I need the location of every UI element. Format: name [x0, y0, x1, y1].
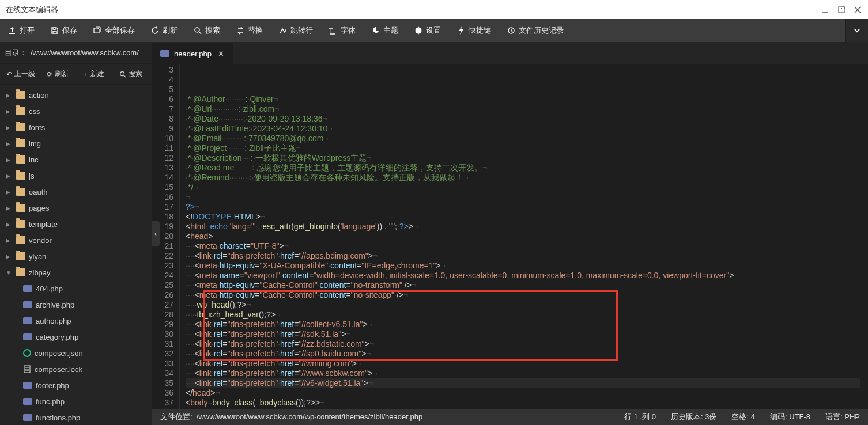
svg-marker-11 [459, 26, 463, 35]
save-icon [51, 26, 59, 35]
tree-file[interactable]: func.php [0, 393, 152, 409]
tree-folder-expanded[interactable]: ▼zibpay [0, 264, 152, 280]
close-icon[interactable] [853, 5, 862, 14]
tree-folder[interactable]: ▶template [0, 216, 152, 232]
folder-icon [16, 236, 25, 244]
font-button[interactable]: T字体 [321, 19, 364, 42]
chevron-down-icon [853, 26, 861, 35]
tree-folder[interactable]: ▶img [0, 135, 152, 151]
dir-path[interactable]: /www/wwwroot/www.scbkw.com/ [31, 48, 147, 57]
sb-search-button[interactable]: 搜索 [112, 64, 149, 84]
up-button[interactable]: ↶上一级 [2, 64, 39, 84]
svg-rect-4 [9, 33, 15, 34]
shortcuts-button[interactable]: 快捷键 [449, 19, 499, 42]
theme-button[interactable]: 主题 [364, 19, 406, 42]
refresh-button[interactable]: 刷新 [143, 19, 186, 42]
search-icon [194, 26, 202, 35]
chevron-right-icon: ▶ [6, 221, 13, 227]
tree-label: img [29, 139, 41, 148]
status-cursor[interactable]: 行 1 ,列 0 [624, 412, 656, 422]
maximize-icon[interactable] [837, 5, 846, 14]
folder-icon [16, 155, 25, 164]
tree-label: css [29, 107, 40, 116]
tree-file[interactable]: composer.lock [0, 361, 152, 377]
tree-label: js [29, 172, 34, 180]
tree-label: zibpay [29, 268, 51, 277]
tree-file[interactable]: functions.php [0, 409, 152, 425]
tree-folder[interactable]: ▶vendor [0, 232, 152, 248]
file-icon [23, 365, 31, 373]
tree-folder[interactable]: ▶css [0, 103, 152, 119]
settings-button[interactable]: 设置 [406, 19, 449, 42]
close-icon[interactable]: ✕ [216, 49, 225, 58]
open-button[interactable]: 打开 [0, 19, 43, 42]
chevron-right-icon: ▶ [6, 173, 13, 179]
file-tree[interactable]: ▶action▶css▶fonts▶img▶inc▶js▶oauth▶pages… [0, 85, 152, 425]
status-spaces[interactable]: 空格: 4 [731, 412, 754, 422]
arrow-up-icon: ↶ [6, 70, 12, 78]
toolbar-more-button[interactable] [845, 19, 868, 42]
window-titlebar: 在线文本编辑器 [0, 0, 868, 19]
tree-folder[interactable]: ▶fonts [0, 119, 152, 135]
code-content[interactable]: ·*·@Author·········:·Qinver¬·*·@Url·····… [180, 64, 868, 409]
history-button[interactable]: 文件历史记录 [499, 19, 572, 42]
folder-icon [16, 204, 25, 212]
tree-label: inc [29, 155, 39, 164]
gear-icon [414, 26, 422, 35]
replace-icon [236, 26, 244, 35]
tree-folder[interactable]: ▶inc [0, 151, 152, 168]
save-all-button[interactable]: 全部保存 [85, 19, 143, 42]
new-button[interactable]: +新建 [76, 64, 113, 84]
json-icon [23, 349, 31, 357]
svg-text:T: T [329, 27, 333, 34]
search-button[interactable]: 搜索 [186, 19, 228, 42]
chevron-right-icon: ▶ [6, 108, 13, 115]
sidebar: 目录： /www/wwwroot/www.scbkw.com/ ↶上一级 ⟳刷新… [0, 42, 152, 425]
tree-label: composer.json [35, 349, 83, 358]
tree-file[interactable]: category.php [0, 329, 152, 345]
chevron-right-icon: ▶ [6, 157, 13, 163]
php-icon [23, 398, 32, 405]
goto-button[interactable]: 跳转行 [271, 19, 321, 42]
tree-file[interactable]: footer.php [0, 377, 152, 393]
save-button[interactable]: 保存 [43, 19, 85, 42]
minimap[interactable] [860, 64, 868, 409]
status-history[interactable]: 历史版本: 3份 [671, 412, 716, 422]
tree-folder[interactable]: ▶js [0, 168, 152, 184]
status-filepath: 文件位置: /www/wwwroot/www.scbkw.com/wp-cont… [160, 412, 422, 422]
minimize-icon[interactable] [821, 5, 830, 14]
main-toolbar: 打开 保存 全部保存 刷新 搜索 替换 跳转行 T字体 主题 设置 快捷键 文件… [0, 19, 868, 42]
upload-icon [8, 26, 16, 35]
chevron-left-icon: ‹ [154, 229, 157, 238]
tree-file[interactable]: author.php [0, 313, 152, 329]
status-encoding[interactable]: 编码: UTF-8 [770, 412, 810, 422]
tree-folder[interactable]: ▶oauth [0, 184, 152, 200]
php-icon [160, 50, 169, 57]
svg-point-5 [195, 28, 199, 32]
tree-file[interactable]: archive.php [0, 297, 152, 313]
tree-file[interactable]: 404.php [0, 280, 152, 297]
php-icon [23, 301, 32, 308]
status-language[interactable]: 语言: PHP [825, 412, 860, 422]
tree-label: 404.php [36, 284, 63, 293]
php-icon [23, 317, 32, 324]
tabbar: header.php ✕ [152, 42, 868, 64]
statusbar: 文件位置: /www/wwwroot/www.scbkw.com/wp-cont… [152, 409, 868, 425]
folder-open-icon [16, 268, 25, 276]
sidebar-toolbar: ↶上一级 ⟳刷新 +新建 搜索 [0, 64, 152, 85]
replace-button[interactable]: 替换 [228, 19, 271, 42]
chevron-right-icon: ▶ [6, 253, 13, 260]
svg-point-13 [120, 71, 124, 75]
tree-folder[interactable]: ▶action [0, 87, 152, 103]
tree-label: category.php [36, 333, 78, 341]
folder-icon [16, 172, 25, 180]
refresh-icon: ⟳ [47, 70, 52, 78]
collapse-sidebar-button[interactable]: ‹ [152, 221, 160, 246]
tree-folder[interactable]: ▶yiyan [0, 248, 152, 264]
code-editor[interactable]: 3456789101112131415161718192021222324252… [152, 64, 868, 409]
tab-header-php[interactable]: header.php ✕ [152, 43, 234, 64]
tree-file[interactable]: composer.json [0, 345, 152, 361]
font-icon: T [329, 26, 337, 35]
tree-folder[interactable]: ▶pages [0, 200, 152, 216]
sb-refresh-button[interactable]: ⟳刷新 [39, 64, 76, 84]
